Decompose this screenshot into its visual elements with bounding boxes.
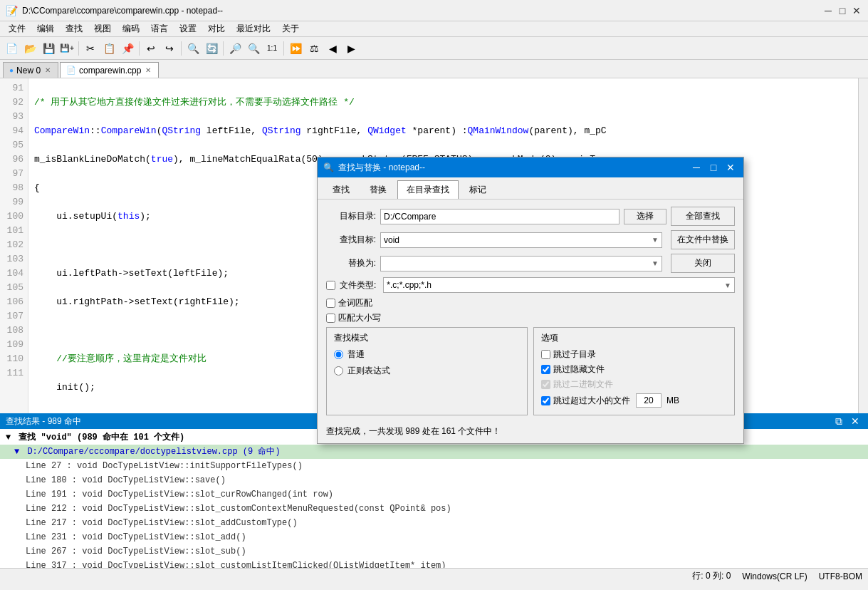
match-case-checkbox[interactable] [326, 314, 335, 323]
menu-edit[interactable]: 编辑 [31, 21, 60, 36]
menu-language[interactable]: 语言 [145, 21, 174, 36]
opt-skip-large-row: 跳过超过大小的文件 20 MB [541, 393, 727, 408]
result-line-5[interactable]: Line 217 : void DocTypeListView::slot_ad… [0, 516, 868, 530]
dialog-tab-find[interactable]: 查找 [323, 180, 359, 199]
replace-with-input[interactable]: ▼ [380, 256, 662, 271]
result-line-8[interactable]: Line 317 : void DocTypeListView::slot_cu… [0, 559, 868, 568]
mode-regex-row: 正则表达式 [334, 365, 520, 377]
tb-save[interactable]: 💾 [40, 40, 57, 57]
tb-copy[interactable]: 📋 [100, 40, 117, 57]
replace-with-row: 替换为: ▼ 关闭 [326, 254, 735, 273]
search-target-row: 查找目标: void ▼ 在文件中替换 [326, 230, 735, 249]
line-numbers: 91 92 93 94 95 96 97 98 99 100 101 102 1… [0, 78, 28, 413]
results-float-btn[interactable]: ⧉ [832, 415, 845, 428]
target-dir-input[interactable]: D:/CCompare [380, 209, 619, 224]
dialog-tab-mark[interactable]: 标记 [460, 180, 496, 199]
tb-saveall[interactable]: 💾+ [58, 40, 75, 57]
tab-new0[interactable]: ● New 0 ✕ [3, 62, 58, 78]
opt-skip-large-checkbox[interactable] [541, 396, 550, 405]
mode-regex-radio[interactable] [334, 366, 343, 376]
menu-compare[interactable]: 对比 [202, 21, 231, 36]
result-line-7[interactable]: Line 267 : void DocTypeListView::slot_su… [0, 544, 868, 559]
dialog-restore-btn[interactable]: □ [706, 160, 721, 175]
results-tree: ▼ 查找 "void" (989 命中在 101 个文件) ▼ D:/CComp… [0, 429, 868, 568]
search-target-arrow: ▼ [652, 236, 659, 244]
menu-recent-compare[interactable]: 最近对比 [231, 21, 276, 36]
minimize-button[interactable]: ─ [822, 5, 834, 16]
result-file[interactable]: ▼ D:/CCompare/cccompare/doctypelistview.… [0, 445, 868, 459]
dialog-close-btn[interactable]: ✕ [723, 160, 738, 175]
replace-with-label: 替换为: [326, 257, 376, 269]
status-encoding: UTF8-BOM [819, 571, 862, 581]
menu-file[interactable]: 文件 [3, 21, 31, 36]
tb-prev-diff[interactable]: ◀ [324, 40, 341, 57]
size-value-input[interactable]: 20 [636, 393, 662, 408]
size-unit-label: MB [666, 395, 679, 405]
tb-replace[interactable]: 🔄 [203, 40, 220, 57]
result-line-2-text: Line 180 : void DocTypeListView::save() [26, 475, 226, 485]
result-root-label: 查找 "void" (989 命中在 101 个文件) [19, 433, 184, 442]
results-controls: ⧉ ✕ [832, 415, 862, 428]
tb-find[interactable]: 🔍 [184, 40, 202, 57]
tb-paste[interactable]: 📌 [119, 40, 136, 57]
search-target-label: 查找目标: [326, 234, 376, 246]
close-button[interactable]: ✕ [851, 5, 862, 16]
opt-skip-hidden-checkbox[interactable] [541, 365, 550, 374]
menu-view[interactable]: 视图 [88, 21, 117, 36]
opt-skip-binary-row: 跳过二进制文件 [541, 378, 727, 390]
tab-comparewin-close[interactable]: ✕ [144, 66, 152, 74]
tb-next-diff[interactable]: ▶ [343, 40, 360, 57]
result-line-2[interactable]: Line 180 : void DocTypeListView::save() [0, 473, 868, 487]
result-line-3[interactable]: Line 191 : void DocTypeListView::slot_cu… [0, 487, 868, 502]
menu-find[interactable]: 查找 [60, 21, 88, 36]
dialog-minimize-btn[interactable]: ─ [689, 160, 704, 175]
vertical-scrollbar[interactable] [858, 78, 868, 413]
find-all-btn[interactable]: 全部查找 [671, 207, 735, 226]
opt-skip-binary-checkbox[interactable] [541, 380, 550, 389]
replace-with-arrow: ▼ [652, 259, 659, 267]
window-title: D:\CCompare\ccompare\comparewin.cpp - no… [22, 6, 223, 16]
tb-sync[interactable]: ⏩ [287, 40, 304, 57]
file-expand-icon: ▼ [14, 447, 19, 457]
options-title: 选项 [541, 332, 727, 344]
dialog-tab-replace[interactable]: 替换 [360, 180, 396, 199]
result-line-6[interactable]: Line 231 : void DocTypeListView::slot_ad… [0, 530, 868, 544]
dialog-title-text: 查找与替换 - notepad-- [338, 162, 425, 174]
tb-redo[interactable]: ↪ [161, 40, 178, 57]
menu-settings[interactable]: 设置 [174, 21, 202, 36]
tab-comparewin[interactable]: 📄 comparewin.cpp ✕ [60, 62, 159, 78]
tb-zoom-out[interactable]: 🔎 [226, 40, 244, 57]
file-type-checkbox[interactable] [326, 281, 335, 290]
restore-button[interactable]: □ [837, 5, 848, 16]
result-line-1[interactable]: Line 27 : void DocTypeListView::initSupp… [0, 459, 868, 473]
mode-normal-row: 普通 [334, 348, 520, 361]
results-close-btn[interactable]: ✕ [848, 415, 862, 428]
menu-encoding[interactable]: 编码 [117, 21, 145, 36]
tb-zoom-reset[interactable]: 1:1 [263, 40, 281, 57]
replace-in-files-btn[interactable]: 在文件中替换 [671, 230, 735, 249]
root-expand-icon: ▼ [6, 433, 11, 442]
mode-normal-radio[interactable] [334, 350, 343, 359]
menu-about[interactable]: 关于 [276, 21, 305, 36]
menu-bar: 文件 编辑 查找 视图 编码 语言 设置 对比 最近对比 关于 [0, 21, 868, 37]
tb-new[interactable]: 📄 [3, 40, 20, 57]
tb-undo[interactable]: ↩ [142, 40, 160, 57]
opt-skip-subdir-checkbox[interactable] [541, 350, 550, 359]
close-dialog-btn[interactable]: 关闭 [671, 254, 735, 273]
match-case-row: 匹配大小写 [326, 312, 735, 324]
tab-new0-close[interactable]: ✕ [43, 66, 52, 74]
tb-compare[interactable]: ⚖ [305, 40, 323, 57]
tb-cut[interactable]: ✂ [82, 40, 99, 57]
tb-open[interactable]: 📂 [21, 40, 38, 57]
dialog-tab-dir-find[interactable]: 在目录查找 [397, 180, 459, 199]
tb-zoom-in[interactable]: 🔍 [245, 40, 262, 57]
result-line-4[interactable]: Line 212 : void DocTypeListView::slot_cu… [0, 502, 868, 516]
full-word-checkbox[interactable] [326, 299, 335, 308]
file-type-input[interactable]: *.c;*.cpp;*.h ▼ [383, 277, 735, 293]
status-row-col: 行: 0 列: 0 [692, 570, 731, 582]
search-target-input[interactable]: void ▼ [380, 232, 662, 248]
choose-dir-btn[interactable]: 选择 [624, 209, 666, 224]
result-line-6-text: Line 231 : void DocTypeListView::slot_ad… [26, 532, 246, 542]
file-type-row: 文件类型: *.c;*.cpp;*.h ▼ [326, 277, 735, 293]
dialog-title-bar[interactable]: 🔍 查找与替换 - notepad-- ─ □ ✕ [318, 157, 743, 177]
